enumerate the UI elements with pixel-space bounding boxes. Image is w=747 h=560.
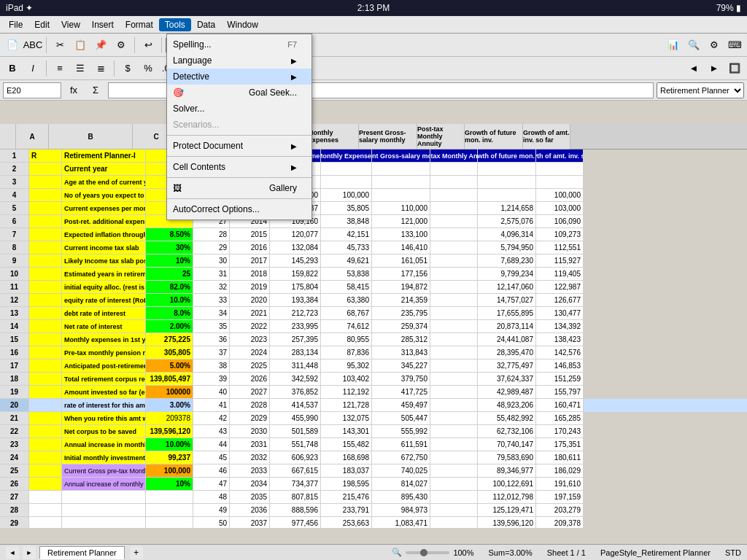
cell[interactable] (29, 373, 62, 386)
cell[interactable] (29, 254, 62, 268)
cell[interactable]: 121,728 (321, 399, 372, 412)
cell[interactable] (430, 202, 478, 215)
cell[interactable]: 5.00% (146, 359, 193, 373)
cell[interactable]: 79,583,690 (478, 451, 536, 464)
cell[interactable]: 40 (193, 386, 230, 399)
cell[interactable] (430, 254, 478, 268)
cell[interactable]: 95,302 (321, 359, 372, 373)
cell[interactable]: 2022 (230, 320, 270, 333)
cell[interactable]: 5,794,950 (478, 241, 536, 254)
cell[interactable]: 134,392 (536, 320, 584, 333)
cell[interactable]: 100,000 (321, 189, 372, 202)
settings-btn[interactable]: ⚙ (705, 36, 724, 55)
menu-view[interactable]: View (55, 18, 86, 31)
cell[interactable]: 38,848 (321, 215, 372, 228)
cell[interactable]: 145,293 (270, 254, 321, 268)
cell[interactable] (29, 451, 62, 464)
menu-tools[interactable]: Tools (159, 18, 191, 31)
cell[interactable]: 46 (193, 464, 230, 478)
cell[interactable] (62, 517, 146, 528)
zoom-btn[interactable]: 🔍 (684, 36, 703, 55)
cell[interactable]: 122,987 (536, 281, 584, 294)
cell[interactable]: 29 (193, 241, 230, 254)
cell[interactable]: 379,750 (372, 373, 430, 386)
cell[interactable]: 734,377 (270, 478, 321, 491)
cell[interactable] (146, 504, 193, 517)
cell[interactable]: 235,795 (372, 307, 430, 320)
scroll-right-btn[interactable]: ► (705, 59, 724, 78)
cell[interactable]: 209378 (146, 412, 193, 425)
bold-btn[interactable]: B (3, 59, 22, 78)
cell[interactable]: Growth of amt. inv. so far (536, 149, 584, 163)
cell[interactable]: 115,927 (536, 254, 584, 268)
cell[interactable] (430, 386, 478, 399)
cell[interactable]: Current year (62, 163, 146, 176)
cell[interactable] (430, 464, 478, 478)
cell[interactable]: 984,973 (372, 504, 430, 517)
cell[interactable]: 2036 (230, 504, 270, 517)
menu-spelling[interactable]: Spelling... F7 (167, 36, 311, 52)
cell[interactable]: 125,129,471 (478, 504, 536, 517)
align-center-btn[interactable]: ☰ (71, 59, 90, 78)
cell[interactable]: 233,995 (270, 320, 321, 333)
cell[interactable]: 100,000 (536, 189, 584, 202)
cell[interactable] (536, 163, 584, 176)
cell[interactable]: 10.00% (146, 438, 193, 451)
cell[interactable] (372, 189, 430, 202)
cell[interactable]: 2030 (230, 425, 270, 438)
cell[interactable]: 53,838 (321, 268, 372, 281)
cell[interactable]: 49 (193, 504, 230, 517)
cell[interactable]: Likely Income tax slab post retirement (62, 254, 146, 268)
cell[interactable] (430, 412, 478, 425)
copy-btn[interactable]: 📋 (71, 36, 90, 55)
cell[interactable]: 165,285 (536, 412, 584, 425)
cell[interactable]: 139,596,120 (478, 517, 536, 528)
cell-ref-input[interactable] (3, 82, 61, 98)
cell[interactable]: Post-ret. additional expenses (62, 215, 146, 228)
cell[interactable] (536, 176, 584, 189)
cell[interactable]: 505,447 (372, 412, 430, 425)
cell[interactable]: 8.0% (146, 307, 193, 320)
cell[interactable]: 2026 (230, 373, 270, 386)
cell[interactable]: 37 (193, 346, 230, 359)
cell[interactable]: 55,482,992 (478, 412, 536, 425)
cell[interactable]: 10.0% (146, 294, 193, 307)
cell[interactable]: 14,757,027 (478, 294, 536, 307)
cell[interactable]: 895,430 (372, 491, 430, 504)
menu-detective[interactable]: Detective ▶ (167, 69, 311, 85)
cell[interactable]: 155,797 (536, 386, 584, 399)
sheet-tab-retirement[interactable]: Retirement Planner (39, 546, 125, 559)
cell[interactable]: 146,853 (536, 359, 584, 373)
menu-autocorrect[interactable]: AutoCorrect Options... (167, 201, 311, 217)
cell[interactable]: 146,410 (372, 241, 430, 254)
cell[interactable] (29, 386, 62, 399)
cell[interactable] (29, 241, 62, 254)
cell[interactable]: 99,237 (146, 451, 193, 464)
cell[interactable]: 89,346,977 (478, 464, 536, 478)
cell[interactable]: 2033 (230, 464, 270, 478)
cell[interactable]: 2034 (230, 478, 270, 491)
cell[interactable]: 417,725 (372, 386, 430, 399)
cell[interactable] (430, 215, 478, 228)
cell[interactable]: 183,037 (321, 464, 372, 478)
cell[interactable]: 8.50% (146, 228, 193, 241)
cell[interactable]: 133,100 (372, 228, 430, 241)
cell[interactable] (430, 478, 478, 491)
cell[interactable]: 203,279 (536, 504, 584, 517)
cell[interactable]: 1,214,658 (478, 202, 536, 215)
cell[interactable]: 459,497 (372, 399, 430, 412)
cell[interactable]: R (29, 149, 62, 163)
cell[interactable]: Current Gross pre-tax Monthly Salary (62, 464, 146, 478)
cell[interactable]: 49,621 (321, 254, 372, 268)
cell[interactable]: 44 (193, 438, 230, 451)
menu-insert[interactable]: Insert (86, 18, 120, 31)
currency-btn[interactable]: $ (118, 59, 137, 78)
cell[interactable] (430, 228, 478, 241)
cell[interactable]: 47 (193, 478, 230, 491)
cell[interactable] (29, 202, 62, 215)
cell[interactable]: 2031 (230, 438, 270, 451)
menu-protect-doc[interactable]: Protect Document ▶ (167, 138, 311, 154)
cell[interactable]: debt rate of interest (62, 307, 146, 320)
cell[interactable]: 2023 (230, 333, 270, 346)
cell[interactable] (430, 373, 478, 386)
